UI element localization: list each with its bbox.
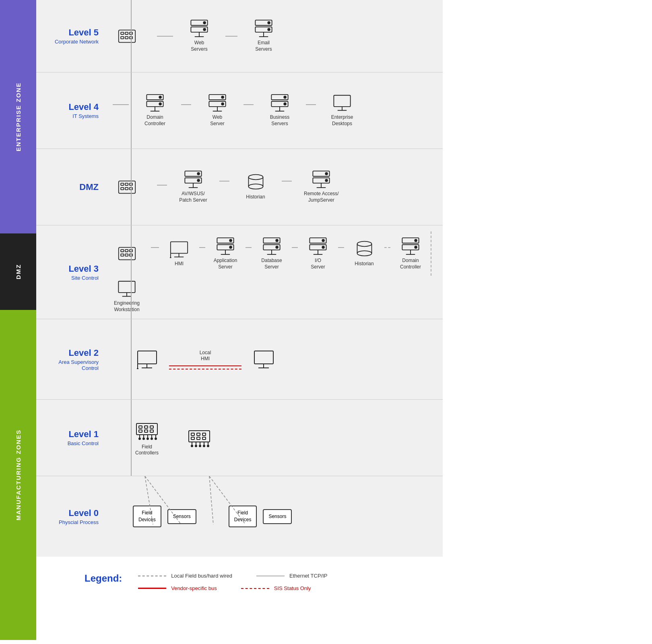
svg-rect-1	[121, 32, 124, 34]
svg-rect-116	[144, 426, 148, 428]
svg-rect-111	[254, 351, 273, 364]
manufacturing-zone-label: Manufacturing Zones	[0, 310, 36, 640]
h-conn-l5-2	[225, 36, 237, 37]
manufacturing-label: Manufacturing Zones	[15, 429, 22, 520]
svg-rect-45	[125, 187, 128, 189]
email-servers-l5: EmailServers	[250, 19, 278, 52]
level3-content: HMI ApplicationServer	[105, 225, 443, 319]
svg-point-100	[415, 246, 417, 248]
enterprise-label: Enterprise Zone	[15, 82, 22, 151]
business-servers-l4: BusinessServers	[266, 94, 294, 127]
svg-point-143	[191, 445, 193, 447]
red-dashed-l2	[169, 369, 241, 369]
level5-content: WebServers EmailServers	[105, 0, 443, 72]
field-devices-left: FieldDevices	[133, 506, 161, 527]
svg-rect-2	[125, 32, 128, 34]
svg-rect-114	[136, 423, 157, 435]
sensors-right: Sensors	[263, 509, 292, 524]
io-server-l3-label: I/OServer	[311, 258, 325, 270]
svg-rect-68	[125, 254, 128, 256]
svg-point-8	[203, 22, 206, 24]
historian-l3: Historian	[350, 240, 378, 267]
svg-point-50	[197, 180, 200, 182]
legend-solid-gray: Ethernet TCP/IP	[256, 573, 327, 579]
io-server-l3: I/OServer	[304, 237, 332, 270]
hmi-l3-label: HMI	[175, 261, 184, 267]
svg-point-48	[197, 173, 200, 175]
legend-line-dashed-gray	[138, 576, 166, 576]
hmi-l3: HMI	[165, 240, 193, 267]
level4-number: Level 4	[68, 102, 99, 112]
dmz-zone-label: DMZ	[0, 233, 36, 310]
svg-rect-118	[139, 430, 142, 432]
historian-l3-label: Historian	[355, 261, 373, 267]
svg-point-96	[357, 251, 371, 256]
level3-label: Level 3 Site Control	[36, 225, 105, 319]
svg-rect-120	[150, 430, 153, 432]
svg-point-34	[284, 103, 286, 105]
svg-point-16	[268, 29, 270, 31]
level1-label: Level 1 Basic Control	[36, 400, 105, 476]
level0-row: Level 0 Physcial Process FieldDevices Se…	[36, 476, 443, 557]
svg-point-126	[139, 438, 140, 440]
field-devices-right: FieldDevices	[229, 506, 257, 527]
level5-label: Level 5 Corporate Network	[36, 0, 105, 72]
legend-title: Legend:	[85, 573, 122, 584]
plc-right	[185, 427, 213, 449]
db-server-l3: DatabaseServer	[258, 237, 286, 270]
domain-controller-l3-label: DomainController	[400, 258, 421, 270]
red-solid-bus-l2	[169, 365, 241, 366]
level5-row: Level 5 Corporate Network	[36, 0, 443, 72]
svg-point-20	[159, 96, 161, 99]
level4-row: Level 4 IT Systems	[36, 72, 443, 149]
svg-rect-42	[125, 183, 128, 185]
historian-dmz-label: Historian	[246, 194, 265, 200]
svg-point-84	[276, 246, 278, 248]
svg-rect-132	[191, 433, 194, 436]
svg-rect-119	[144, 430, 148, 432]
level5-name: Corporate Network	[55, 39, 99, 45]
remote-access: Remote Access/JumpServer	[304, 170, 339, 203]
svg-point-145	[199, 445, 201, 447]
level0-label: Level 0 Physcial Process	[36, 476, 105, 557]
enterprise-desktops-l4: EnterpriseDesktops	[328, 94, 356, 127]
svg-point-146	[203, 445, 205, 447]
av-wsus-label: AV/WSUS/Patch Server	[179, 191, 207, 203]
svg-rect-134	[202, 433, 206, 436]
svg-point-130	[155, 438, 157, 440]
level2-row: Level 2 Area SupervisoryControl	[36, 319, 443, 400]
svg-rect-67	[121, 254, 124, 256]
level3-name: Site Control	[71, 275, 99, 281]
local-hmi-l2-right	[250, 349, 278, 369]
svg-point-26	[221, 96, 224, 99]
remote-access-label: Remote Access/JumpServer	[304, 191, 339, 203]
svg-point-128	[147, 438, 149, 440]
svg-rect-103	[118, 281, 135, 293]
svg-point-56	[248, 184, 263, 189]
app-server-l3: ApplicationServer	[211, 237, 239, 270]
svg-point-32	[284, 96, 286, 99]
svg-rect-64	[121, 250, 124, 252]
dmz-content: AV/WSUS/Patch Server Historian	[105, 149, 443, 225]
domain-controller-l3: DomainController	[396, 237, 425, 270]
svg-rect-131	[189, 431, 210, 442]
level1-row: Level 1 Basic Control	[36, 400, 443, 476]
field-controllers-label: FieldControllers	[135, 444, 159, 456]
domain-controller-l4-label: DomainController	[144, 114, 165, 127]
local-hmi-l2-label: LocalHMI	[200, 350, 211, 362]
domain-controller-l4: DomainController	[141, 94, 169, 127]
svg-rect-4	[121, 36, 124, 38]
svg-point-78	[229, 246, 232, 248]
svg-point-127	[143, 438, 144, 440]
firewall-dmz	[113, 179, 141, 195]
legend-solid-red-label: Vendor-specific bus	[171, 585, 217, 591]
svg-point-53	[248, 175, 263, 180]
legend-solid-red: Vendor-specific bus	[138, 585, 217, 591]
dmz-label: DMZ	[15, 264, 22, 280]
enterprise-desktops-label: EnterpriseDesktops	[331, 114, 353, 127]
svg-point-144	[195, 445, 197, 447]
dmz-number: DMZ	[79, 182, 99, 192]
svg-point-88	[322, 239, 324, 242]
enterprise-zone-label: Enterprise Zone	[0, 0, 36, 233]
level0-name: Physcial Process	[59, 519, 99, 525]
